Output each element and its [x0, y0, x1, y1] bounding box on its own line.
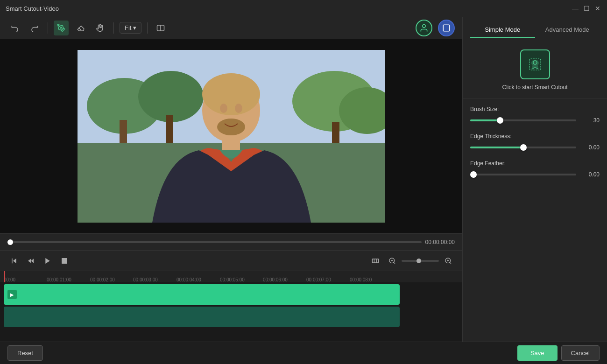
- ruler-mark-3: 00:00:03:00: [133, 277, 158, 282]
- play-button[interactable]: [41, 254, 54, 267]
- svg-line-33: [450, 262, 451, 264]
- timeline-playhead[interactable]: [4, 271, 5, 282]
- square-mode-icon[interactable]: [438, 20, 455, 36]
- brush-size-thumb[interactable]: [497, 117, 503, 124]
- video-area: [0, 39, 462, 233]
- left-panel: Fit ▾: [0, 17, 462, 342]
- undo-redo-group: [7, 21, 42, 35]
- svg-rect-19: [222, 136, 240, 150]
- compare-button[interactable]: [153, 21, 168, 35]
- progress-thumb[interactable]: [7, 239, 13, 245]
- edge-feather-value: 0.00: [581, 171, 600, 178]
- svg-line-30: [394, 262, 395, 264]
- brush-size-value: 30: [581, 117, 600, 124]
- svg-marker-22: [28, 259, 31, 263]
- undo-button[interactable]: [7, 21, 22, 35]
- edge-thickness-value: 0.00: [581, 144, 600, 151]
- right-panel: Simple Mode Advanced Mode Click to start…: [462, 17, 607, 342]
- stop-button[interactable]: [58, 254, 71, 267]
- ruler-mark-2: 00:00:02:00: [90, 277, 115, 282]
- progress-bar[interactable]: [7, 241, 422, 243]
- close-button[interactable]: ✕: [594, 5, 601, 12]
- svg-point-3: [423, 24, 426, 28]
- timeline-ruler: 00:00 00:00:01:00 00:00:02:00 00:00:03:0…: [0, 271, 462, 282]
- svg-rect-25: [62, 258, 67, 264]
- person-mode-icon[interactable]: [416, 20, 432, 36]
- brush-size-slider[interactable]: [470, 119, 576, 121]
- video-frame: [78, 50, 385, 223]
- svg-point-16: [220, 104, 227, 113]
- cutout-label: Click to start Smart Cutout: [502, 84, 567, 91]
- action-buttons: Save Cancel: [517, 345, 600, 361]
- audio-track[interactable]: [4, 307, 400, 327]
- toolbar-separator-3: [147, 22, 148, 34]
- edge-thickness-slider-row: 0.00: [470, 144, 600, 151]
- ruler-mark-0: 00:00: [4, 277, 15, 282]
- edge-thickness-thumb[interactable]: [520, 144, 527, 151]
- redo-button[interactable]: [27, 21, 42, 35]
- fit-dropdown[interactable]: Fit ▾: [120, 22, 141, 34]
- minimize-button[interactable]: —: [572, 5, 579, 12]
- playback-controls: [0, 250, 462, 271]
- brush-size-label: Brush Size:: [470, 106, 600, 112]
- drawing-tools-group: [54, 21, 108, 35]
- svg-rect-21: [12, 258, 12, 263]
- step-back-button[interactable]: [7, 254, 21, 267]
- reset-button[interactable]: Reset: [7, 345, 43, 361]
- zoom-in-button[interactable]: [442, 254, 455, 267]
- maximize-button[interactable]: ☐: [583, 5, 590, 12]
- zoom-out-button[interactable]: [386, 254, 399, 267]
- ruler-mark-1: 00:00:01:00: [47, 277, 71, 282]
- timeline-area: 00:00 00:00:01:00 00:00:02:00 00:00:03:0…: [0, 271, 462, 342]
- brush-size-control: Brush Size: 30: [470, 106, 600, 124]
- edge-feather-slider-row: 0.00: [470, 171, 600, 178]
- ruler-mark-7: 00:00:07:00: [306, 277, 331, 282]
- save-button[interactable]: Save: [517, 345, 558, 361]
- expand-button[interactable]: [369, 254, 382, 267]
- edge-feather-label: Edge Feather:: [470, 160, 600, 167]
- ruler-mark-4: 00:00:04:00: [176, 277, 201, 282]
- video-track[interactable]: ▶: [4, 284, 400, 305]
- ruler-mark-5: 00:00:05:00: [220, 277, 245, 282]
- svg-marker-23: [31, 259, 34, 263]
- titlebar: Smart Cutout-Video — ☐ ✕: [0, 0, 607, 17]
- tab-simple-mode[interactable]: Simple Mode: [470, 22, 535, 38]
- timeline-tracks: ▶: [0, 282, 462, 329]
- app-title: Smart Cutout-Video: [6, 5, 59, 12]
- toolbar: Fit ▾: [0, 17, 462, 39]
- svg-point-17: [235, 104, 242, 113]
- controls-section: Brush Size: 30 Edge Thickness:: [463, 98, 607, 342]
- edge-thickness-slider[interactable]: [470, 147, 576, 148]
- toolbar-separator: [48, 22, 48, 34]
- eraser-button[interactable]: [73, 21, 88, 35]
- smart-cutout-button[interactable]: [520, 49, 550, 79]
- pen-tool-button[interactable]: [54, 21, 69, 35]
- tab-advanced-mode[interactable]: Advanced Mode: [535, 22, 600, 38]
- brush-size-slider-row: 30: [470, 117, 600, 124]
- hand-tool-button[interactable]: [93, 21, 108, 35]
- brush-size-fill: [470, 119, 500, 121]
- edge-feather-slider[interactable]: [470, 174, 576, 175]
- cancel-button[interactable]: Cancel: [561, 345, 600, 361]
- zoom-controls: [386, 254, 455, 267]
- play-slow-button[interactable]: [24, 254, 37, 267]
- main-layout: Fit ▾: [0, 17, 607, 342]
- svg-marker-20: [13, 258, 16, 263]
- toolbar-separator-2: [113, 22, 114, 34]
- svg-rect-26: [372, 259, 378, 263]
- edge-feather-thumb[interactable]: [470, 171, 477, 178]
- chevron-down-icon: ▾: [133, 24, 136, 31]
- mode-tabs: Simple Mode Advanced Mode: [463, 17, 607, 38]
- edge-thickness-control: Edge Thickness: 0.00: [470, 133, 600, 151]
- bottom-bar: Reset Save Cancel: [0, 342, 607, 364]
- svg-point-15: [202, 73, 260, 115]
- edge-feather-control: Edge Feather: 0.00: [470, 160, 600, 178]
- smart-cutout-section: Click to start Smart Cutout: [463, 38, 607, 98]
- window-controls: — ☐ ✕: [572, 5, 601, 12]
- svg-point-0: [60, 27, 62, 28]
- zoom-slider[interactable]: [402, 260, 439, 262]
- svg-rect-4: [443, 25, 450, 31]
- video-content: [78, 50, 385, 223]
- zoom-thumb[interactable]: [416, 259, 421, 263]
- ruler-mark-8: 00:00:08:0: [350, 277, 372, 282]
